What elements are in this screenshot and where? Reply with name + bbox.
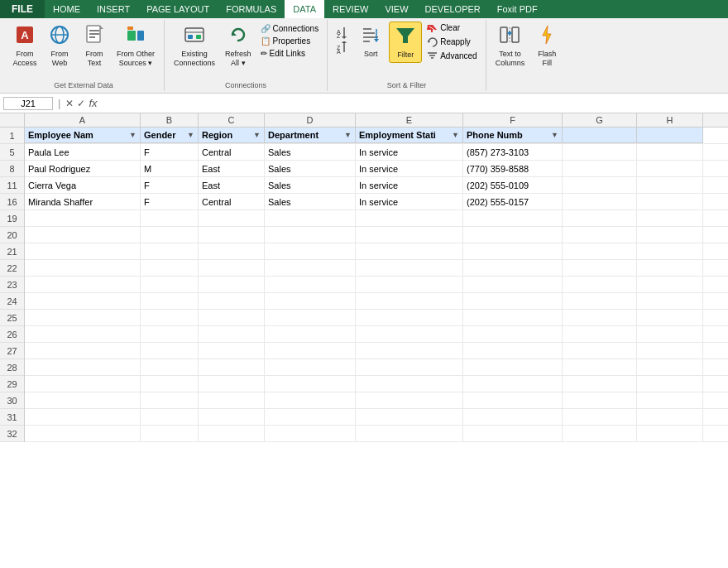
cell-8-d[interactable]: Sales xyxy=(265,161,356,176)
filter-arrow-b[interactable]: ▼ xyxy=(187,128,194,142)
col-header-d: D xyxy=(265,113,356,127)
header-employment-status[interactable]: Employment Stati ▼ xyxy=(356,128,463,143)
cell-11-b[interactable]: F xyxy=(141,177,199,193)
header-phone-number[interactable]: Phone Numb ▼ xyxy=(463,128,563,143)
menu-page-layout[interactable]: PAGE LAYOUT xyxy=(138,0,218,18)
sort-filter-buttons: A Z Z A xyxy=(333,22,480,79)
menu-formulas[interactable]: FORMULAS xyxy=(218,0,285,18)
filter-arrow-a[interactable]: ▼ xyxy=(129,128,136,142)
menu-foxit[interactable]: Foxit PDF xyxy=(489,0,546,18)
filter-button[interactable]: Filter xyxy=(389,22,422,63)
cell-8-f[interactable]: (770) 359-8588 xyxy=(463,161,563,176)
cell-11-d[interactable]: Sales xyxy=(265,177,356,193)
filter-arrow-c[interactable]: ▼ xyxy=(253,128,261,142)
table-row xyxy=(25,243,728,260)
from-text-button[interactable]: FromText xyxy=(78,22,111,70)
cell-empty-a[interactable] xyxy=(25,210,141,226)
cell-8-a[interactable]: Paul Rodriguez xyxy=(25,161,141,176)
header-employee-name[interactable]: Employee Nam ▼ xyxy=(25,128,141,143)
existing-connections-button[interactable]: ExistingConnections xyxy=(170,22,219,70)
sort-za-button[interactable]: Z A xyxy=(333,41,352,55)
menu-review[interactable]: REVIEW xyxy=(324,0,376,18)
menu-view[interactable]: VIEW xyxy=(376,0,416,18)
menu-home[interactable]: HOME xyxy=(45,0,89,18)
sort-filter-label: Sort & Filter xyxy=(387,81,427,89)
connections-buttons: ExistingConnections RefreshAll ▾ 🔗 Conne xyxy=(170,22,322,79)
edit-links-label: Edit Links xyxy=(270,49,305,58)
cell-5-e[interactable]: In service xyxy=(356,144,463,160)
properties-label: Properties xyxy=(273,36,311,46)
cell-8-b[interactable]: M xyxy=(141,161,199,176)
row-header-20: 20 xyxy=(0,227,24,243)
cell-16-h[interactable] xyxy=(637,194,703,209)
cancel-formula-icon[interactable]: ✕ xyxy=(65,98,74,109)
cell-16-e[interactable]: In service xyxy=(356,194,463,209)
cell-empty-b[interactable] xyxy=(141,210,199,226)
properties-button[interactable]: 📋 Properties xyxy=(257,36,323,46)
cell-empty-h[interactable] xyxy=(637,210,703,226)
name-box[interactable] xyxy=(3,97,53,110)
header-g[interactable] xyxy=(563,128,637,143)
properties-icon: 📋 xyxy=(261,36,271,46)
menu-data[interactable]: DATA xyxy=(285,0,324,18)
row-header-27: 27 xyxy=(0,343,24,359)
cell-16-d[interactable]: Sales xyxy=(265,194,356,209)
cell-11-h[interactable] xyxy=(637,177,703,193)
connections-small-button[interactable]: 🔗 Connections xyxy=(257,23,323,34)
cell-5-c[interactable]: Central xyxy=(199,144,265,160)
cell-11-a[interactable]: Cierra Vega xyxy=(25,177,141,193)
cell-empty-e[interactable] xyxy=(356,210,463,226)
cell-16-f[interactable]: (202) 555-0157 xyxy=(463,194,563,209)
refresh-all-button[interactable]: RefreshAll ▾ xyxy=(221,22,256,70)
cell-16-g[interactable] xyxy=(563,194,637,209)
from-web-button[interactable]: FromWeb xyxy=(43,22,76,70)
cell-11-f[interactable]: (202) 555-0109 xyxy=(463,177,563,193)
cell-11-g[interactable] xyxy=(563,177,637,193)
cell-16-a[interactable]: Miranda Shaffer xyxy=(25,194,141,209)
edit-links-button[interactable]: ✏ Edit Links xyxy=(257,48,323,59)
cell-5-a[interactable]: Paula Lee xyxy=(25,144,141,160)
from-access-button[interactable]: A FromAccess xyxy=(8,22,41,70)
text-to-columns-button[interactable]: Text toColumns xyxy=(491,22,529,70)
cell-empty-d[interactable] xyxy=(265,210,356,226)
filter-arrow-f[interactable]: ▼ xyxy=(551,128,558,142)
sort-az-button[interactable]: A Z xyxy=(333,25,352,40)
cell-11-e[interactable]: In service xyxy=(356,177,463,193)
cell-8-h[interactable] xyxy=(637,161,703,176)
sort-button[interactable]: Sort xyxy=(354,22,387,61)
filter-arrow-d[interactable]: ▼ xyxy=(344,128,352,142)
from-other-label: From OtherSources ▾ xyxy=(117,50,155,68)
cell-empty-g[interactable] xyxy=(563,210,637,226)
formula-input[interactable] xyxy=(101,99,725,108)
cell-8-e[interactable]: In service xyxy=(356,161,463,176)
cell-empty-f[interactable] xyxy=(463,210,563,226)
cell-5-d[interactable]: Sales xyxy=(265,144,356,160)
cell-8-g[interactable] xyxy=(563,161,637,176)
cell-5-h[interactable] xyxy=(637,144,703,160)
header-region[interactable]: Region ▼ xyxy=(199,128,265,143)
header-h[interactable] xyxy=(637,128,703,143)
cell-16-c[interactable]: Central xyxy=(199,194,265,209)
menu-insert[interactable]: INSERT xyxy=(89,0,138,18)
svg-rect-14 xyxy=(188,35,193,39)
cell-5-b[interactable]: F xyxy=(141,144,199,160)
filter-arrow-e[interactable]: ▼ xyxy=(452,128,459,142)
menu-bar: FILE HOME INSERT PAGE LAYOUT FORMULAS DA… xyxy=(0,0,728,18)
file-tab[interactable]: FILE xyxy=(0,0,45,18)
header-gender[interactable]: Gender ▼ xyxy=(141,128,199,143)
confirm-formula-icon[interactable]: ✓ xyxy=(77,98,85,109)
header-department[interactable]: Department ▼ xyxy=(265,128,356,143)
clear-button[interactable]: Clear xyxy=(424,22,480,34)
reapply-button[interactable]: Reapply xyxy=(424,36,480,48)
menu-developer[interactable]: DEVELOPER xyxy=(417,0,489,18)
cell-16-b[interactable]: F xyxy=(141,194,199,209)
cell-5-g[interactable] xyxy=(563,144,637,160)
cell-11-c[interactable]: East xyxy=(199,177,265,193)
cell-8-c[interactable]: East xyxy=(199,161,265,176)
from-other-button[interactable]: From OtherSources ▾ xyxy=(113,22,159,70)
flash-fill-button[interactable]: FlashFill xyxy=(530,22,563,70)
cell-empty-c[interactable] xyxy=(199,210,265,226)
cell-5-f[interactable]: (857) 273-3103 xyxy=(463,144,563,160)
advanced-button[interactable]: Advanced xyxy=(424,50,480,62)
insert-function-icon[interactable]: fx xyxy=(89,97,97,109)
